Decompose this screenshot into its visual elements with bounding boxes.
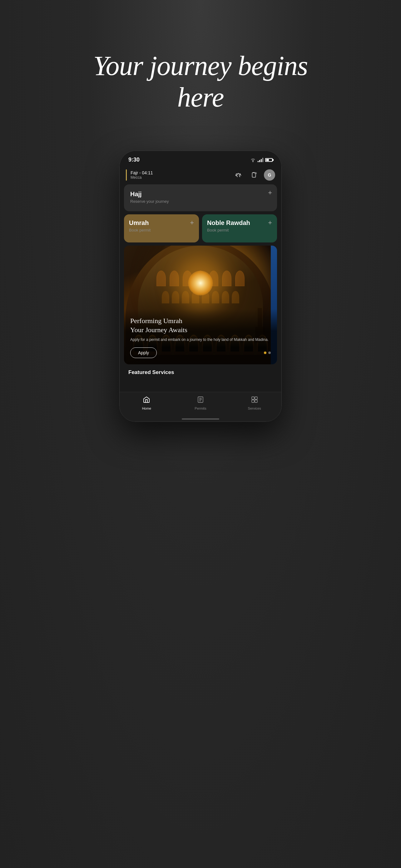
- nav-item-home[interactable]: Home: [120, 396, 174, 410]
- clipboard-icon[interactable]: [248, 169, 260, 181]
- user-avatar[interactable]: G: [264, 169, 275, 181]
- dome-light: [188, 271, 213, 296]
- status-time: 9:30: [128, 157, 140, 163]
- nav-item-permits[interactable]: Permits: [174, 396, 228, 410]
- promo-carousel: Performing Umrah Your Journey Awaits App…: [124, 246, 277, 364]
- carousel-dots: [264, 351, 271, 354]
- header-actions: G: [233, 169, 275, 181]
- services-label: Services: [248, 406, 261, 410]
- translate-icon[interactable]: [233, 169, 244, 181]
- rawdah-plus-icon[interactable]: +: [268, 219, 272, 226]
- permits-icon: [197, 396, 204, 405]
- home-indicator-bar: [182, 418, 219, 420]
- home-icon: [143, 396, 150, 405]
- umrah-title: Umrah: [129, 219, 194, 226]
- featured-services-placeholder: [124, 379, 277, 392]
- prayer-info: Fajr - 04:11 Mecca: [126, 169, 153, 181]
- carousel-dot-2[interactable]: [268, 351, 271, 354]
- status-bar: 9:30: [120, 151, 281, 165]
- nav-item-services[interactable]: Services: [227, 396, 281, 410]
- carousel-footer: Apply: [130, 347, 271, 358]
- carousel-dot-1[interactable]: [264, 351, 266, 354]
- featured-services-title: Featured Services: [124, 369, 277, 376]
- svg-rect-6: [252, 397, 254, 399]
- hajj-card[interactable]: + Hajj Reserve your journey: [124, 184, 277, 211]
- rawdah-subtitle: Book permit: [207, 228, 272, 232]
- hajj-plus-icon[interactable]: +: [268, 189, 272, 196]
- carousel-description: Apply for a permit and embark on a journ…: [130, 337, 271, 342]
- svg-point-2: [255, 173, 257, 174]
- carousel-title: Performing Umrah Your Journey Awaits: [130, 316, 271, 334]
- app-header: Fajr - 04:11 Mecca: [120, 165, 281, 184]
- signal-icon: [258, 158, 263, 162]
- wifi-icon: [250, 158, 256, 162]
- services-icon: [251, 396, 258, 405]
- svg-rect-9: [255, 400, 257, 402]
- prayer-text: Fajr - 04:11 Mecca: [131, 170, 153, 180]
- battery-icon: [265, 158, 273, 162]
- carousel-content: Performing Umrah Your Journey Awaits App…: [124, 309, 277, 364]
- hero-title: Your journey begins here: [91, 50, 310, 113]
- svg-rect-7: [255, 397, 257, 399]
- main-content: + Hajj Reserve your journey + Umrah Book…: [120, 184, 281, 392]
- umrah-subtitle: Book permit: [129, 228, 194, 232]
- background-overlay: [0, 0, 401, 868]
- svg-rect-8: [252, 400, 254, 402]
- bottom-navigation: Home Permits Services: [120, 392, 281, 416]
- home-indicator: [120, 416, 281, 422]
- permits-label: Permits: [195, 406, 206, 410]
- status-icons: [250, 158, 273, 162]
- hajj-subtitle: Reserve your journey: [130, 199, 271, 204]
- rawdah-title: Noble Rawdah: [207, 219, 272, 226]
- apply-button[interactable]: Apply: [130, 347, 157, 358]
- umrah-card[interactable]: + Umrah Book permit: [124, 214, 199, 243]
- prayer-name: Fajr - 04:11: [131, 170, 153, 175]
- phone-mockup: 9:30 Fajr - 04:11: [119, 151, 282, 422]
- hajj-title: Hajj: [130, 191, 271, 198]
- home-label: Home: [142, 406, 151, 410]
- permit-cards-row: + Umrah Book permit + Noble Rawdah Book …: [124, 214, 277, 243]
- prayer-location: Mecca: [131, 175, 153, 180]
- prayer-accent: [126, 169, 127, 181]
- rawdah-card[interactable]: + Noble Rawdah Book permit: [202, 214, 277, 243]
- umrah-plus-icon[interactable]: +: [190, 219, 194, 226]
